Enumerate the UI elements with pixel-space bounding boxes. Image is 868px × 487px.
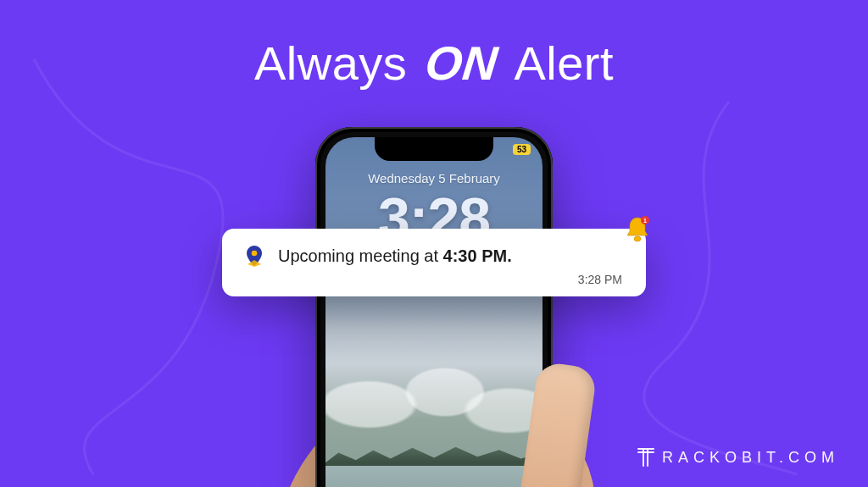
svg-text:1: 1 xyxy=(643,218,647,224)
battery-badge: 53 xyxy=(513,144,531,155)
phone-in-hand: 53 Wednesday 5 February 3:28 xyxy=(307,127,561,487)
phone-screen: 53 Wednesday 5 February 3:28 xyxy=(326,137,542,487)
brand-name: RACKOBIT.COM xyxy=(662,449,839,467)
notification-text: Upcoming meeting at 4:30 PM. xyxy=(278,246,512,266)
headline-pre: Always xyxy=(254,36,407,90)
wallpaper-landscape xyxy=(326,318,542,487)
brand-logo: RACKOBIT.COM xyxy=(635,446,839,468)
svg-point-3 xyxy=(252,251,258,257)
brand-mark-icon xyxy=(635,446,657,468)
headline: Always ON Alert xyxy=(0,36,868,91)
lockscreen-date: Wednesday 5 February xyxy=(326,171,542,185)
phone-frame: 53 Wednesday 5 February 3:28 xyxy=(315,127,553,487)
headline-emphasis: ON xyxy=(423,36,501,91)
wallpaper-water xyxy=(326,466,542,487)
bell-icon: 1 xyxy=(620,213,654,247)
notification-card[interactable]: 1 Upcoming meeting at 4:30 PM. 3:28 PM xyxy=(222,229,646,296)
location-pin-icon xyxy=(242,244,266,268)
wallpaper-clouds xyxy=(326,318,542,441)
phone-notch xyxy=(375,137,493,161)
headline-post: Alert xyxy=(514,36,614,90)
notification-timestamp: 3:28 PM xyxy=(242,273,626,286)
svg-point-0 xyxy=(634,236,641,241)
notification-text-pre: Upcoming meeting at xyxy=(278,246,443,265)
notification-text-bold: 4:30 PM. xyxy=(443,246,512,265)
